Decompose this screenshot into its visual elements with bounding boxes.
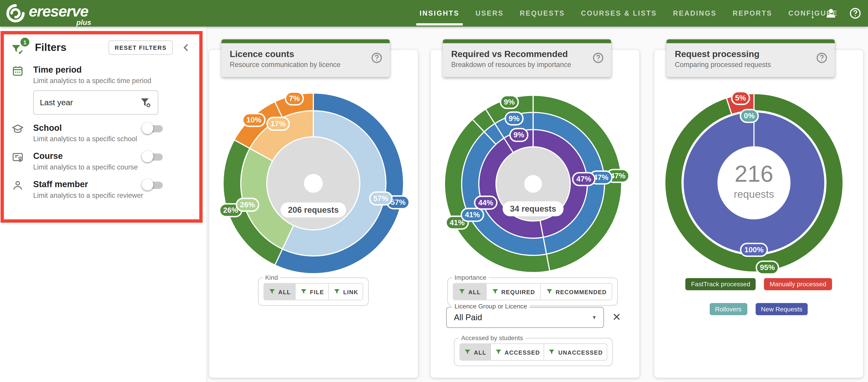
request-processing-header: Request processing Comparing processed r… [666, 39, 835, 77]
nav-insights[interactable]: INSIGHTS [420, 0, 459, 27]
time-period-title: Time period [33, 65, 193, 75]
funnel-icon [458, 288, 466, 295]
importance-all-button[interactable]: ALL [454, 284, 487, 300]
filters-sidebar: 1 ✔ Filters RESET FILTERS Time period Li… [0, 27, 207, 382]
course-description: Limit analytics to a specific course [33, 164, 193, 171]
legend-fasttrack-processed[interactable]: FastTrack processed [685, 278, 756, 290]
licence-counts-header: Licence counts Resource communication by… [221, 39, 390, 77]
kind-all-label: ALL [278, 288, 291, 295]
svg-text:47%: 47% [611, 172, 625, 180]
licence-counts-card: Licence counts Resource communication by… [209, 50, 418, 378]
svg-text:5%: 5% [735, 94, 746, 102]
importance-recommended-button[interactable]: RECOMMENDED [541, 284, 612, 300]
required-vs-recommended-header: Required vs Recommended Breakdown of res… [443, 39, 611, 77]
help-icon[interactable] [849, 7, 862, 20]
help-icon[interactable] [592, 52, 604, 64]
filters-title: Filters [35, 42, 103, 54]
help-icon[interactable] [371, 52, 382, 64]
funnel-icon [495, 349, 502, 356]
brand-logo[interactable]: ereserve plus [4, 2, 126, 26]
staff-member-title: Staff member [33, 179, 193, 189]
funnel-icon [464, 349, 471, 356]
chevron-down-icon: ▼ [811, 16, 815, 20]
accessed-filter-group: Accessed by students ALL ACCESSED UNACCE… [454, 334, 613, 366]
accessed-all-button[interactable]: ALL [460, 344, 491, 360]
legend-new-requests[interactable]: New Requests [755, 303, 808, 315]
nav-requests-label: REQUESTS [520, 9, 565, 17]
filter-section-time-period: Time period Limit analytics to a specifi… [11, 65, 193, 115]
importance-recommended-label: RECOMMENDED [556, 288, 607, 295]
kind-link-label: LINK [343, 288, 358, 295]
course-toggle[interactable] [142, 151, 165, 163]
licence-group-select[interactable]: Licence Group or Licence All Paid ▼ [446, 307, 604, 328]
reset-filters-button[interactable]: RESET FILTERS [108, 40, 173, 55]
school-toggle[interactable] [142, 122, 165, 135]
importance-all-label: ALL [468, 288, 481, 295]
funnel-icon [269, 288, 276, 295]
svg-text:26%: 26% [240, 201, 255, 209]
nav-reports[interactable]: REPORTS [733, 0, 772, 27]
staff-member-toggle[interactable] [142, 179, 165, 191]
svg-text:95%: 95% [760, 263, 775, 271]
accessed-accessed-button[interactable]: ACCESSED [491, 344, 545, 360]
card-subtitle: Resource communication by licence [230, 61, 364, 68]
kind-all-button[interactable]: ALL [264, 284, 296, 300]
kind-link-button[interactable]: LINK [329, 284, 363, 300]
kind-filter-label: Kind [263, 274, 280, 281]
school-description: Limit analytics to a specific school [33, 135, 193, 143]
kind-filter-group: Kind ALL FILE LINK [258, 274, 369, 306]
nav-insights-label: INSIGHTS [420, 9, 459, 17]
card-title: Licence counts [230, 49, 364, 59]
help-icon[interactable] [816, 52, 828, 64]
svg-text:9%: 9% [508, 114, 520, 123]
collapse-sidebar-icon[interactable] [181, 42, 191, 53]
nav-users-label: USERS [475, 9, 504, 17]
svg-text:57%: 57% [373, 194, 388, 203]
svg-text:26%: 26% [223, 206, 238, 214]
required-vs-recommended-donut-chart[interactable]: 47%41%9%47%41%9%47%44%9%34 requests [428, 79, 638, 289]
card-accent-strip [443, 39, 611, 43]
primary-nav: INSIGHTS USERS REQUESTS COURSES & LISTS … [420, 0, 838, 27]
request-processing-donut-chart[interactable]: 95%5%100%0%216requests [649, 78, 859, 288]
filters-panel-highlighted: 1 ✔ Filters RESET FILTERS Time period Li… [0, 31, 203, 223]
legend-rollovers[interactable]: Rollovers [710, 303, 747, 315]
top-nav: ereserve plus INSIGHTS USERS REQUESTS CO… [0, 0, 868, 27]
school-icon [11, 123, 24, 135]
accessed-all-label: ALL [474, 349, 486, 355]
person-icon [11, 179, 24, 192]
svg-text:34 requests: 34 requests [510, 204, 556, 213]
ereserve-logo-icon [5, 3, 25, 23]
kind-file-button[interactable]: FILE [296, 284, 329, 300]
legend-row: Rollovers New Requests [654, 303, 863, 315]
nav-readings-label: READINGS [673, 9, 717, 17]
funnel-icon [546, 288, 553, 295]
legend-manually-processed[interactable]: Manually processed [764, 278, 832, 290]
svg-text:9%: 9% [504, 98, 515, 106]
check-icon: ✔ [18, 49, 24, 56]
card-subtitle: Breakdown of resources by importance [451, 61, 586, 68]
filter-section-staff-member: Staff member Limit analytics to a specif… [11, 179, 193, 199]
nav-users[interactable]: USERS [475, 0, 504, 27]
clear-licence-filter-button[interactable]: ✕ [609, 310, 624, 324]
account-icon[interactable] [825, 7, 837, 20]
licence-counts-donut-chart[interactable]: 57%26%10%7%57%26%17%206 requests [208, 78, 418, 289]
accessed-unaccessed-label: UNACCESSED [558, 349, 603, 355]
svg-text:206 requests: 206 requests [288, 205, 339, 214]
nav-courses-lists[interactable]: COURSES & LISTS [581, 0, 657, 27]
funnel-icon [491, 288, 499, 295]
svg-text:47%: 47% [593, 173, 608, 181]
nav-icon-group [825, 0, 862, 27]
accessed-unaccessed-button[interactable]: UNACCESSED [545, 344, 607, 360]
time-period-select[interactable]: Last year [33, 90, 158, 115]
filter-settings-icon[interactable] [140, 96, 152, 109]
importance-filter-group: Importance ALL REQUIRED RECOMMENDED [447, 274, 618, 306]
svg-text:57%: 57% [391, 198, 405, 206]
svg-text:0%: 0% [744, 112, 755, 120]
nav-requests[interactable]: REQUESTS [520, 0, 565, 27]
request-processing-card: Request processing Comparing processed r… [654, 50, 863, 378]
importance-required-button[interactable]: REQUIRED [486, 284, 540, 300]
svg-text:requests: requests [734, 188, 774, 200]
nav-readings[interactable]: READINGS [673, 0, 717, 27]
school-title: School [33, 123, 193, 133]
nav-courses-lists-label: COURSES & LISTS [581, 9, 657, 17]
